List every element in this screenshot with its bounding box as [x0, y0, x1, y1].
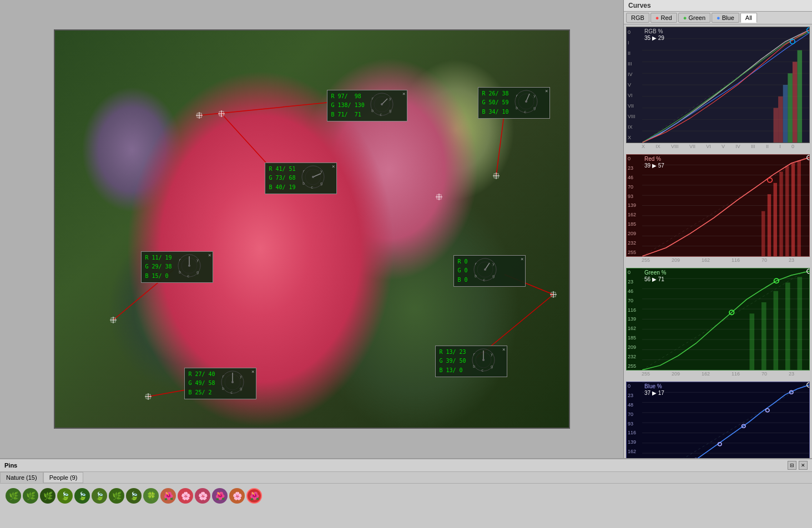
svg-text:b: b: [371, 109, 374, 113]
svg-rect-129: [798, 160, 801, 256]
green-value: 56 ▶ 71: [644, 276, 664, 282]
pins-close-btn[interactable]: ✕: [799, 461, 808, 470]
tab-blue[interactable]: ● Blue: [712, 13, 739, 23]
pin-icon-2[interactable]: 🌿: [23, 488, 38, 504]
red-chart: 0 23 46 70 93 139 162 185 209 232 255 Re…: [626, 154, 810, 257]
pin-icon-4[interactable]: 🍃: [57, 488, 73, 504]
pin-icon-3[interactable]: 🌿: [40, 488, 56, 504]
red-chart-area: Red % 39 ▶ 57: [642, 155, 809, 256]
svg-text:c: c: [524, 110, 526, 114]
close-btn-6[interactable]: ×: [251, 369, 254, 374]
close-btn-2[interactable]: ×: [545, 88, 548, 94]
svg-text:b: b: [302, 181, 305, 186]
pins-title: Pins: [4, 462, 788, 469]
blue-curve-svg: [642, 382, 809, 458]
svg-text:r: r: [371, 97, 374, 101]
close-btn-5[interactable]: ×: [521, 256, 523, 262]
svg-text:b: b: [516, 106, 518, 110]
close-btn-7[interactable]: ×: [502, 347, 505, 352]
svg-rect-126: [779, 172, 783, 257]
svg-rect-104: [778, 97, 783, 143]
close-btn-1[interactable]: ×: [402, 91, 405, 97]
rgb-x-labels: X IX VIII VII VI V IV III II I 0: [626, 143, 810, 150]
pin-icon-9[interactable]: 🍀: [143, 488, 159, 504]
svg-rect-21: [551, 292, 556, 297]
svg-rect-123: [761, 211, 765, 256]
tab-nature[interactable]: Nature (15): [0, 472, 43, 483]
rgb-y-labels: 0 I II III IV V VI VII VIII IX X: [627, 27, 642, 143]
svg-line-163: [642, 382, 809, 458]
svg-line-48: [313, 174, 321, 177]
svg-text:y: y: [320, 169, 322, 174]
svg-text:r: r: [475, 262, 477, 266]
blue-chart: 0 23 48 70 93 116 139 162 185 209 255 Bl…: [626, 382, 810, 458]
svg-text:b: b: [179, 270, 181, 275]
pin-icon-15[interactable]: 🌺: [246, 488, 262, 504]
pin-icon-6[interactable]: 🍃: [92, 488, 107, 504]
info-box-1: × R97/98 r y b c: [327, 90, 407, 121]
blue-label: Blue %: [644, 383, 662, 389]
pins-dock-btn[interactable]: ⊟: [788, 461, 796, 470]
svg-text:g: g: [491, 364, 493, 369]
svg-rect-103: [774, 108, 779, 143]
svg-text:b: b: [222, 387, 224, 391]
main-area: × R97/98 r y b c: [0, 0, 812, 458]
info-box-5: × R0 r y b c g: [453, 255, 526, 287]
pin-icon-8[interactable]: 🍃: [126, 488, 142, 504]
tab-people[interactable]: People (9): [43, 472, 84, 483]
svg-text:c: c: [311, 185, 313, 190]
tab-red[interactable]: ● Red: [650, 13, 677, 23]
svg-rect-12: [494, 174, 498, 178]
pin-icon-1[interactable]: 🌿: [6, 488, 21, 504]
close-btn-4[interactable]: ×: [208, 252, 211, 258]
blue-chart-container: 0 23 48 70 93 116 139 162 185 209 255 Bl…: [626, 382, 810, 458]
svg-point-58: [188, 265, 190, 267]
svg-text:c: c: [187, 274, 189, 278]
svg-text:g: g: [492, 274, 495, 278]
svg-point-85: [482, 359, 485, 361]
svg-text:g: g: [240, 387, 242, 391]
pin-icon-14[interactable]: 🌸: [229, 488, 245, 504]
green-chart-container: 0 23 46 70 116 139 162 185 209 232 255 G…: [626, 268, 810, 377]
close-btn-3[interactable]: ×: [332, 164, 335, 169]
pins-header: Pins ⊟ ✕: [0, 459, 812, 472]
info-box-3: × R41/51 r y b c: [265, 163, 337, 194]
rgb-value: 35 ▶ 29: [644, 35, 664, 41]
svg-text:y: y: [492, 262, 495, 266]
svg-rect-145: [761, 302, 766, 370]
rgb-chart-area: RGB % 35 ▶ 29: [642, 27, 809, 143]
tab-all[interactable]: All: [740, 13, 757, 23]
pin-icon-7[interactable]: 🌿: [109, 488, 124, 504]
svg-text:y: y: [196, 258, 199, 262]
pin-icon-5[interactable]: 🍃: [74, 488, 90, 504]
info-box-4: × R11/19 r y b c: [141, 251, 213, 283]
pins-panel: Pins ⊟ ✕ Nature (15) People (9) 🌿 🌿 🌿 🍃 …: [0, 458, 812, 528]
tab-green[interactable]: ● Green: [678, 13, 710, 23]
blue-value: 37 ▶ 17: [644, 390, 664, 396]
pin-icon-12[interactable]: 🌸: [195, 488, 210, 504]
svg-text:b: b: [475, 274, 477, 278]
svg-rect-106: [788, 73, 793, 143]
svg-text:r: r: [302, 169, 305, 174]
pin-icon-11[interactable]: 🌸: [178, 488, 193, 504]
pins-controls: ⊟ ✕: [788, 461, 808, 470]
svg-text:c: c: [380, 113, 382, 117]
svg-text:c: c: [230, 390, 233, 395]
green-chart-area: Green % 56 ▶ 71: [642, 268, 809, 370]
svg-rect-125: [774, 183, 777, 256]
svg-text:r: r: [473, 352, 475, 357]
svg-text:y: y: [491, 352, 493, 357]
pin-icon-13[interactable]: 🌺: [212, 488, 228, 504]
svg-point-168: [766, 409, 769, 412]
green-curve-svg: [642, 268, 809, 370]
tab-rgb[interactable]: RGB: [626, 13, 649, 23]
red-x-labels: 255 209 162 116 70 23: [626, 257, 810, 263]
svg-point-67: [484, 268, 486, 271]
rgb-chart-container: 0 I II III IV V VI VII VIII IX X RGB % 3…: [626, 27, 810, 150]
svg-rect-108: [798, 50, 803, 143]
svg-line-1: [496, 111, 505, 176]
svg-rect-144: [750, 313, 755, 370]
svg-point-49: [312, 176, 314, 178]
svg-text:b: b: [473, 364, 475, 369]
pin-icon-10[interactable]: 🌺: [160, 488, 176, 504]
